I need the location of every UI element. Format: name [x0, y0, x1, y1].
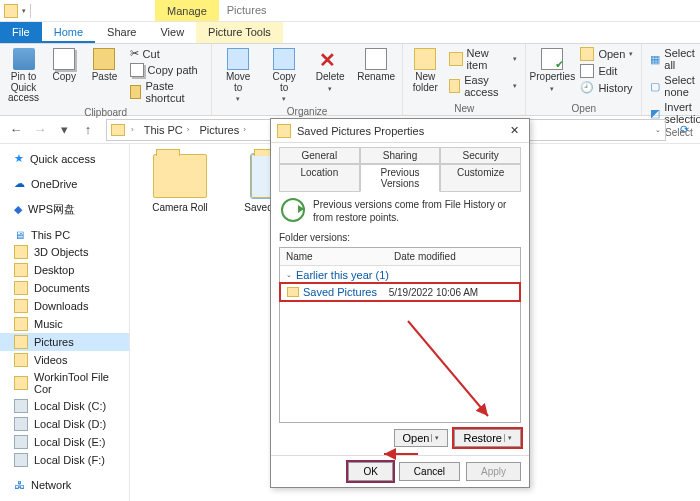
recent-locations-button[interactable]: ▾	[54, 120, 74, 140]
folder-icon	[14, 281, 28, 295]
col-date[interactable]: Date modified	[388, 248, 520, 265]
paste-shortcut-button[interactable]: Paste shortcut	[128, 79, 206, 105]
sidebar-item[interactable]: Documents	[0, 279, 129, 297]
list-header: Name Date modified	[280, 248, 520, 266]
rename-button[interactable]: Rename	[356, 46, 396, 85]
sidebar-item[interactable]: 3D Objects	[0, 243, 129, 261]
easy-access-icon	[449, 79, 460, 93]
group-new: New folder New item▾ Easy access▾ New	[403, 44, 526, 115]
select-all-button[interactable]: ▦Select all	[648, 46, 700, 72]
pc-icon: 🖥	[14, 229, 25, 241]
open-button[interactable]: Open▾	[578, 46, 635, 62]
navigation-pane: ★Quick access ☁OneDrive ◆WPS网盘 🖥This PC …	[0, 144, 130, 501]
tab-picture-tools[interactable]: Picture Tools	[196, 22, 283, 43]
quick-access-toolbar: ▾	[0, 0, 35, 21]
open-version-button[interactable]: Open▾	[394, 429, 449, 447]
tab-file[interactable]: File	[0, 22, 42, 43]
tab-customize[interactable]: Customize	[440, 164, 521, 192]
network-icon: 🖧	[14, 479, 25, 491]
ok-button[interactable]: OK	[348, 462, 392, 481]
folder-camera-roll[interactable]: Camera Roll	[140, 154, 220, 213]
folder-icon	[14, 335, 28, 349]
dialog-titlebar: Saved Pictures Properties ✕	[271, 119, 529, 143]
dialog-tabs: General Sharing Security Location Previo…	[279, 147, 521, 192]
new-folder-button[interactable]: New folder	[409, 46, 441, 95]
folder-icon	[277, 124, 291, 138]
sidebar-network[interactable]: 🖧Network	[0, 477, 129, 493]
select-all-icon: ▦	[650, 53, 660, 66]
star-icon: ★	[14, 152, 24, 165]
history-icon: 🕘	[580, 81, 594, 94]
copy-path-button[interactable]: Copy path	[128, 62, 206, 78]
refresh-button[interactable]: ⟳	[674, 123, 694, 136]
folder-versions-list[interactable]: Name Date modified ⌄Earlier this year (1…	[279, 247, 521, 423]
group-organize: Move to▾ Copy to▾ ✕Delete▾ Rename Organi…	[212, 44, 403, 115]
version-group[interactable]: ⌄Earlier this year (1)	[280, 266, 520, 284]
contextual-tab-header: Manage	[155, 0, 219, 21]
cut-button[interactable]: ✂Cut	[128, 46, 206, 61]
sidebar-item[interactable]: Local Disk (E:)	[0, 433, 129, 451]
wps-icon: ◆	[14, 203, 22, 216]
tab-previous-versions[interactable]: Previous Versions	[360, 164, 441, 192]
tab-sharing[interactable]: Sharing	[360, 147, 441, 164]
cancel-button[interactable]: Cancel	[399, 462, 460, 481]
dialog-footer: OK Cancel Apply	[271, 455, 529, 487]
drive-icon	[14, 435, 28, 449]
delete-button[interactable]: ✕Delete▾	[310, 46, 350, 95]
history-clock-icon	[281, 198, 305, 222]
sidebar-item[interactable]: Downloads	[0, 297, 129, 315]
select-none-button[interactable]: ▢Select none	[648, 73, 700, 99]
sidebar-item[interactable]: Music	[0, 315, 129, 333]
sidebar-item[interactable]: Local Disk (D:)	[0, 415, 129, 433]
chevron-down-icon[interactable]: ⌄	[655, 126, 661, 134]
sidebar-item[interactable]: Local Disk (C:)	[0, 397, 129, 415]
forward-button[interactable]: →	[30, 120, 50, 140]
sidebar-this-pc[interactable]: 🖥This PC	[0, 227, 129, 243]
copy-to-button[interactable]: Copy to▾	[264, 46, 304, 105]
apply-button[interactable]: Apply	[466, 462, 521, 481]
title-bar: ▾ Manage Pictures	[0, 0, 700, 22]
tab-home[interactable]: Home	[42, 22, 95, 43]
breadcrumb-this-pc[interactable]: This PC›	[140, 124, 194, 136]
folder-icon	[14, 317, 28, 331]
sidebar-item[interactable]: WorkinTool File Cor	[0, 369, 129, 397]
cloud-icon: ☁	[14, 177, 25, 190]
easy-access-button[interactable]: Easy access▾	[447, 73, 519, 99]
col-name[interactable]: Name	[280, 248, 388, 265]
history-button[interactable]: 🕘History	[578, 80, 635, 95]
properties-button[interactable]: ✔Properties▾	[532, 46, 572, 95]
restore-button[interactable]: Restore▾	[454, 429, 521, 447]
sidebar-quick-access[interactable]: ★Quick access	[0, 150, 129, 167]
sidebar-item[interactable]: Videos	[0, 351, 129, 369]
folder-icon	[14, 299, 28, 313]
sidebar-item-pictures[interactable]: Pictures	[0, 333, 129, 351]
ribbon: Pin to Quick access Copy Paste ✂Cut Copy…	[0, 44, 700, 116]
drive-icon	[14, 399, 28, 413]
breadcrumb-pictures[interactable]: Pictures›	[195, 124, 249, 136]
sidebar-item[interactable]: Desktop	[0, 261, 129, 279]
pin-to-quick-access-button[interactable]: Pin to Quick access	[6, 46, 41, 106]
tab-view[interactable]: View	[148, 22, 196, 43]
dialog-info: Previous versions come from File History…	[279, 192, 521, 230]
edit-icon	[580, 64, 594, 78]
tab-security[interactable]: Security	[440, 147, 521, 164]
up-button[interactable]: ↑	[78, 120, 98, 140]
version-row[interactable]: Saved Pictures 5/19/2022 10:06 AM	[281, 284, 519, 300]
sidebar-item[interactable]: Local Disk (F:)	[0, 451, 129, 469]
tab-general[interactable]: General	[279, 147, 360, 164]
back-button[interactable]: ←	[6, 120, 26, 140]
tab-share[interactable]: Share	[95, 22, 148, 43]
copy-path-icon	[130, 63, 144, 77]
close-button[interactable]: ✕	[505, 124, 523, 137]
tab-location[interactable]: Location	[279, 164, 360, 192]
copy-button[interactable]: Copy	[47, 46, 81, 85]
qat-dropdown-icon[interactable]: ▾	[22, 7, 26, 15]
folder-versions-label: Folder versions:	[279, 230, 521, 247]
sidebar-onedrive[interactable]: ☁OneDrive	[0, 175, 129, 192]
new-item-button[interactable]: New item▾	[447, 46, 519, 72]
sidebar-wps[interactable]: ◆WPS网盘	[0, 200, 129, 219]
ribbon-tabs: File Home Share View Picture Tools	[0, 22, 700, 44]
paste-button[interactable]: Paste	[87, 46, 121, 85]
edit-button[interactable]: Edit	[578, 63, 635, 79]
move-to-button[interactable]: Move to▾	[218, 46, 258, 105]
